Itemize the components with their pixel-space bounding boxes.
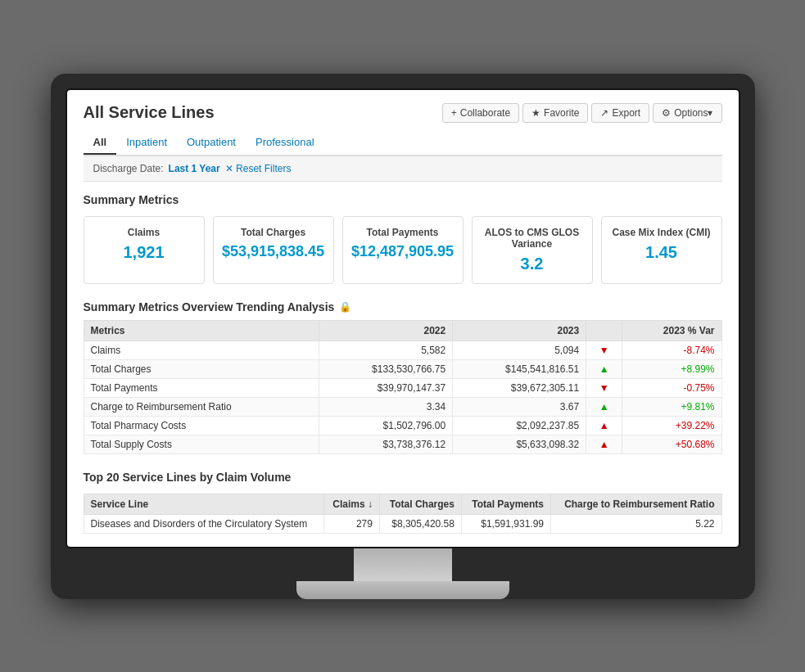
- gear-icon: ⚙: [662, 107, 671, 119]
- filter-label: Discharge Date:: [93, 163, 164, 174]
- cell-var: +39.22%: [622, 416, 721, 435]
- col-arrow: [586, 320, 622, 341]
- metric-card-claims: Claims 1,921: [84, 216, 205, 284]
- cell-2023: $145,541,816.51: [453, 359, 586, 378]
- summary-metrics-title: Summary Metrics: [84, 193, 722, 206]
- metric-label-total-charges: Total Charges: [222, 227, 325, 238]
- tab-inpatient[interactable]: Inpatient: [116, 131, 177, 155]
- col-total-charges: Total Charges: [379, 494, 461, 514]
- col-ratio: Charge to Reimbursement Ratio: [551, 494, 722, 514]
- collaborate-button[interactable]: + Collaborate: [442, 103, 519, 123]
- monitor-stand-neck: [354, 548, 452, 581]
- cell-2022: $133,530,766.75: [319, 359, 453, 378]
- monitor-outer: All Service Lines + Collaborate ★ Favori…: [51, 74, 755, 599]
- metric-label-cmi: Case Mix Index (CMI): [610, 227, 713, 238]
- metric-label-claims: Claims: [93, 227, 196, 238]
- cell-2022: $1,502,796.00: [319, 416, 453, 435]
- table-row: Total Payments $39,970,147.37 $39,672,30…: [84, 378, 721, 397]
- metric-card-cmi: Case Mix Index (CMI) 1.45: [601, 216, 722, 284]
- top-service-lines-section: Top 20 Service Lines by Claim Volume Ser…: [84, 471, 722, 534]
- top-service-lines-table: Service Line Claims ↓ Total Charges Tota…: [84, 494, 722, 534]
- metric-value-alos: 3.2: [481, 255, 584, 273]
- table-row: Total Pharmacy Costs $1,502,796.00 $2,09…: [84, 416, 721, 435]
- cell-var: -8.74%: [622, 341, 721, 359]
- col-total-payments: Total Payments: [461, 494, 550, 514]
- col-service-line: Service Line: [84, 494, 323, 514]
- monitor-screen: All Service Lines + Collaborate ★ Favori…: [66, 88, 740, 548]
- cell-service-line: Diseases and Disorders of the Circulator…: [84, 514, 323, 533]
- options-button[interactable]: ⚙ Options▾: [653, 103, 721, 123]
- cell-2023: $5,633,098.32: [453, 435, 586, 453]
- cell-claims: 279: [323, 514, 379, 533]
- metric-label-alos: ALOS to CMS GLOS Variance: [481, 227, 584, 250]
- cell-var: +8.99%: [622, 359, 721, 378]
- tab-professional[interactable]: Professional: [246, 131, 324, 155]
- cell-metric: Total Supply Costs: [84, 435, 319, 453]
- reset-filters-button[interactable]: ✕ Reset Filters: [225, 163, 292, 174]
- export-button[interactable]: ↗ Export: [591, 103, 649, 123]
- cell-metric: Total Charges: [84, 359, 319, 378]
- cell-var: +50.68%: [622, 435, 721, 453]
- table-row: Claims 5,582 5,094 ▼ -8.74%: [84, 341, 721, 359]
- page-header: All Service Lines + Collaborate ★ Favori…: [84, 103, 722, 123]
- cell-arrow: ▲: [586, 397, 622, 416]
- cell-arrow: ▲: [586, 435, 622, 453]
- metric-card-total-charges: Total Charges $53,915,838.45: [213, 216, 334, 284]
- metric-value-cmi: 1.45: [610, 243, 713, 262]
- cell-2022: $3,738,376.12: [319, 435, 453, 453]
- table-row: Diseases and Disorders of the Circulator…: [84, 514, 721, 533]
- cell-2023: 5,094: [453, 341, 586, 359]
- tabs: All Inpatient Outpatient Professional: [84, 131, 722, 156]
- lock-icon: 🔒: [339, 301, 351, 313]
- filter-bar: Discharge Date: Last 1 Year ✕ Reset Filt…: [84, 156, 722, 182]
- table-row: Charge to Reimbursement Ratio 3.34 3.67 …: [84, 397, 721, 416]
- favorite-button[interactable]: ★ Favorite: [522, 103, 588, 123]
- tab-outpatient[interactable]: Outpatient: [177, 131, 246, 155]
- metrics-cards: Claims 1,921 Total Charges $53,915,838.4…: [84, 216, 722, 284]
- top-service-lines-title: Top 20 Service Lines by Claim Volume: [84, 471, 722, 484]
- metric-value-total-payments: $12,487,905.95: [351, 243, 455, 260]
- trending-table: Metrics 2022 2023 2023 % Var Claims 5,58…: [84, 320, 722, 454]
- cell-2023: $39,672,305.11: [453, 378, 586, 397]
- cell-arrow: ▼: [586, 341, 622, 359]
- app-content: All Service Lines + Collaborate ★ Favori…: [67, 90, 739, 547]
- trending-section: Summary Metrics Overview Trending Analys…: [84, 300, 722, 454]
- col-claims: Claims ↓: [323, 494, 379, 514]
- cell-metric: Total Pharmacy Costs: [84, 416, 319, 435]
- cell-2023: $2,092,237.85: [453, 416, 586, 435]
- cell-ratio: 5.22: [551, 514, 722, 533]
- cell-arrow: ▲: [586, 416, 622, 435]
- cell-2022: 5,582: [319, 341, 453, 359]
- page-title: All Service Lines: [84, 103, 215, 122]
- cell-arrow: ▲: [586, 359, 622, 378]
- col-metrics: Metrics: [84, 320, 319, 341]
- metric-card-alos: ALOS to CMS GLOS Variance 3.2: [472, 216, 593, 284]
- cell-arrow: ▼: [586, 378, 622, 397]
- filter-value[interactable]: Last 1 Year: [169, 163, 220, 174]
- cell-total-charges: $8,305,420.58: [379, 514, 461, 533]
- col-2023: 2023: [453, 320, 586, 341]
- monitor-stand-base: [296, 581, 509, 599]
- cell-var: -0.75%: [622, 378, 721, 397]
- metric-value-claims: 1,921: [93, 243, 196, 262]
- export-icon: ↗: [600, 107, 608, 119]
- cell-metric: Charge to Reimbursement Ratio: [84, 397, 319, 416]
- cell-2022: 3.34: [319, 397, 453, 416]
- metric-label-total-payments: Total Payments: [351, 227, 455, 238]
- metric-value-total-charges: $53,915,838.45: [222, 243, 325, 260]
- cell-var: +9.81%: [622, 397, 721, 416]
- col-var: 2023 % Var: [622, 320, 721, 341]
- tab-all[interactable]: All: [84, 131, 117, 155]
- cell-metric: Total Payments: [84, 378, 319, 397]
- table-row: Total Charges $133,530,766.75 $145,541,8…: [84, 359, 721, 378]
- table-row: Total Supply Costs $3,738,376.12 $5,633,…: [84, 435, 721, 453]
- cell-total-payments: $1,591,931.99: [461, 514, 550, 533]
- col-2022: 2022: [319, 320, 453, 341]
- trending-title: Summary Metrics Overview Trending Analys…: [84, 300, 722, 313]
- plus-icon: +: [451, 107, 457, 119]
- header-actions: + Collaborate ★ Favorite ↗ Export ⚙ Opti…: [442, 103, 722, 123]
- summary-metrics-section: Summary Metrics Claims 1,921 Total Charg…: [84, 193, 722, 284]
- cell-2022: $39,970,147.37: [319, 378, 453, 397]
- metric-card-total-payments: Total Payments $12,487,905.95: [342, 216, 464, 284]
- cell-2023: 3.67: [453, 397, 586, 416]
